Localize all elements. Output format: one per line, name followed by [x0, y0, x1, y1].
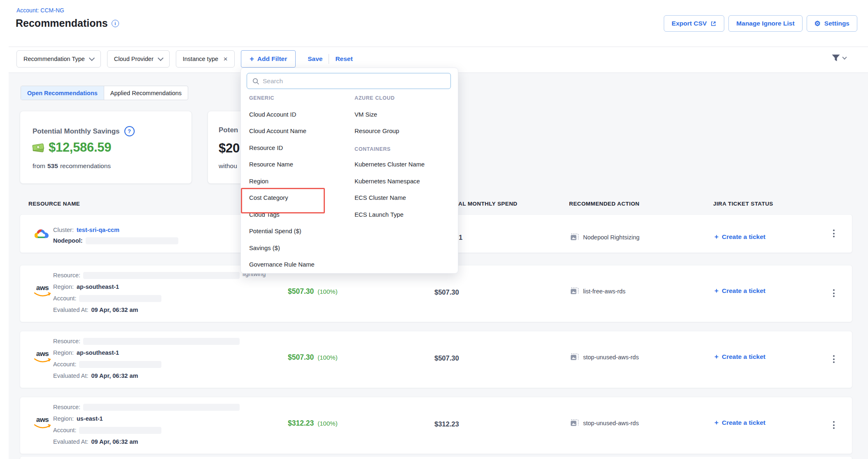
add-filter-label: Add Filter — [257, 55, 287, 63]
nodepool-label: Nodepool: — [53, 237, 83, 244]
recommendations-page: Account: CCM-NG Recommendations i Export… — [0, 0, 868, 459]
total-monthly-spend-cell: $312.23 — [434, 420, 459, 428]
filter-option-governance-rule-name[interactable]: Governance Rule Name — [249, 261, 315, 268]
potential-savings-cell: $507.30 (100%) — [288, 287, 338, 296]
partial-card-value: $20 — [219, 141, 240, 156]
create-ticket-button[interactable]: + Create a ticket — [714, 419, 765, 427]
filter-option-potential-spend[interactable]: Potential Spend ($) — [249, 228, 301, 234]
filter-option-region[interactable]: Region — [249, 178, 268, 185]
close-icon[interactable]: ✕ — [223, 56, 228, 62]
tab-applied-recommendations[interactable]: Applied Recommendations — [104, 86, 188, 100]
chevron-down-icon[interactable] — [158, 55, 163, 61]
evaluated-at-label: Evaluated At: — [53, 372, 88, 379]
tab-label: Applied Recommendations — [110, 90, 182, 96]
cluster-name-link[interactable]: test-sri-qa-ccm — [77, 227, 119, 233]
recommended-action-cell: list-free-aws-rds — [570, 287, 625, 295]
divider — [329, 54, 329, 64]
breadcrumb[interactable]: Account: CCM-NG — [16, 7, 64, 14]
savings-sub-suffix: recommendations — [60, 162, 111, 170]
reset-filter-link[interactable]: Reset — [335, 55, 352, 63]
chevron-down-icon[interactable] — [842, 55, 847, 59]
filter-option-cloud-account-name[interactable]: Cloud Account Name — [249, 128, 306, 134]
recommendations-tabs: Open Recommendations Applied Recommendat… — [21, 86, 188, 100]
info-icon[interactable]: i — [112, 20, 119, 27]
save-filter-link[interactable]: Save — [308, 55, 322, 63]
money-icon — [32, 142, 45, 153]
savings-value: $12,586.59 — [49, 140, 111, 155]
filter-option-savings[interactable]: Savings ($) — [249, 245, 280, 251]
recommended-action-label: list-free-aws-rds — [583, 288, 625, 295]
manage-ignore-list-button[interactable]: Manage Ignore List — [728, 15, 802, 32]
resource-label: Resource: — [53, 338, 80, 344]
filter-chip-cloud-provider[interactable]: Cloud Provider — [107, 50, 170, 68]
savings-sub-count: 535 — [47, 162, 58, 170]
filter-option-ecs-cluster-name[interactable]: ECS Cluster Name — [355, 194, 406, 201]
settings-button[interactable]: ⚙ Settings — [807, 15, 857, 32]
plus-icon: + — [714, 353, 719, 361]
region-label: Region: — [53, 415, 74, 422]
filter-option-resource-id[interactable]: Resource ID — [249, 145, 283, 151]
plus-icon: + — [714, 233, 719, 241]
create-ticket-label: Create a ticket — [722, 419, 765, 426]
savings-percent: (100%) — [317, 288, 337, 295]
cluster-label: Cluster: — [53, 227, 74, 233]
create-ticket-button[interactable]: + Create a ticket — [714, 233, 765, 241]
plus-icon: + — [714, 287, 719, 295]
evaluated-at-label: Evaluated At: — [53, 438, 88, 445]
filter-option-cloud-account-id[interactable]: Cloud Account ID — [249, 111, 296, 118]
export-csv-label: Export CSV — [672, 20, 707, 27]
filter-panel-toggle[interactable] — [831, 54, 846, 62]
create-ticket-label: Create a ticket — [722, 353, 765, 361]
add-filter-dropdown: GENERIC Cloud Account ID Cloud Account N… — [240, 68, 458, 274]
search-icon — [252, 77, 259, 85]
redacted-resource-value — [83, 404, 240, 411]
total-monthly-spend-fragment: 1 — [459, 234, 462, 241]
recommended-action-label: stop-unused-aws-rds — [583, 420, 639, 426]
partial-card-title: Poten — [219, 126, 238, 134]
header-divider — [9, 47, 868, 47]
create-ticket-label: Create a ticket — [722, 287, 765, 295]
savings-amount: $507.30 — [288, 287, 314, 296]
filter-chip-recommendation-type[interactable]: Recommendation Type — [16, 50, 101, 68]
redacted-account-value — [79, 295, 161, 302]
create-ticket-button[interactable]: + Create a ticket — [714, 287, 765, 295]
aws-icon: aws — [33, 417, 52, 430]
tab-open-recommendations[interactable]: Open Recommendations — [21, 86, 104, 100]
table-row[interactable]: aws Resource: Region: us-east-1 Account:… — [20, 397, 852, 454]
tab-label: Open Recommendations — [27, 90, 98, 96]
aws-icon: aws — [33, 351, 52, 364]
add-filter-button[interactable]: + Add Filter — [241, 50, 296, 68]
export-csv-button[interactable]: Export CSV — [664, 15, 724, 32]
account-label: Account: — [53, 427, 76, 433]
row-menu-button[interactable] — [831, 287, 837, 300]
filter-option-kubernetes-cluster-name[interactable]: Kubernetes Cluster Name — [355, 161, 425, 168]
chip-label: Instance type — [183, 56, 218, 62]
row-menu-button[interactable] — [831, 227, 837, 240]
region-value: us-east-1 — [77, 415, 103, 422]
recommended-action-label: Nodepool Rightsizing — [583, 234, 639, 241]
row-menu-button[interactable] — [831, 353, 837, 365]
table-row[interactable]: aws Resource: Region: ap-southeast-1 Acc… — [20, 331, 852, 388]
recommended-action-cell: stop-unused-aws-rds — [570, 419, 639, 427]
region-value: ap-southeast-1 — [77, 349, 119, 356]
dropdown-search[interactable] — [247, 73, 451, 89]
page-title: Recommendations — [16, 17, 108, 29]
row-menu-button[interactable] — [831, 419, 837, 431]
redacted-account-value — [79, 361, 161, 368]
filter-option-vm-size[interactable]: VM Size — [355, 111, 377, 118]
filter-option-resource-name[interactable]: Resource Name — [249, 161, 293, 168]
section-header-azure-cloud: AZURE CLOUD — [355, 95, 395, 101]
help-icon[interactable]: ? — [124, 126, 135, 136]
filter-chip-instance-type[interactable]: Instance type ✕ — [176, 50, 235, 68]
account-label: Account: — [53, 361, 76, 368]
filter-option-resource-group[interactable]: Resource Group — [355, 128, 399, 134]
filter-option-kubernetes-namespace[interactable]: Kubernetes Namespace — [355, 178, 420, 185]
search-input[interactable] — [263, 77, 446, 85]
create-ticket-button[interactable]: + Create a ticket — [714, 353, 765, 361]
filter-option-ecs-launch-type[interactable]: ECS Launch Type — [355, 211, 404, 218]
chevron-down-icon[interactable] — [89, 55, 95, 61]
savings-amount: $312.23 — [288, 419, 314, 428]
gcp-icon — [34, 228, 49, 241]
resource-label: Resource: — [53, 404, 80, 410]
evaluated-at-label: Evaluated At: — [53, 307, 88, 313]
